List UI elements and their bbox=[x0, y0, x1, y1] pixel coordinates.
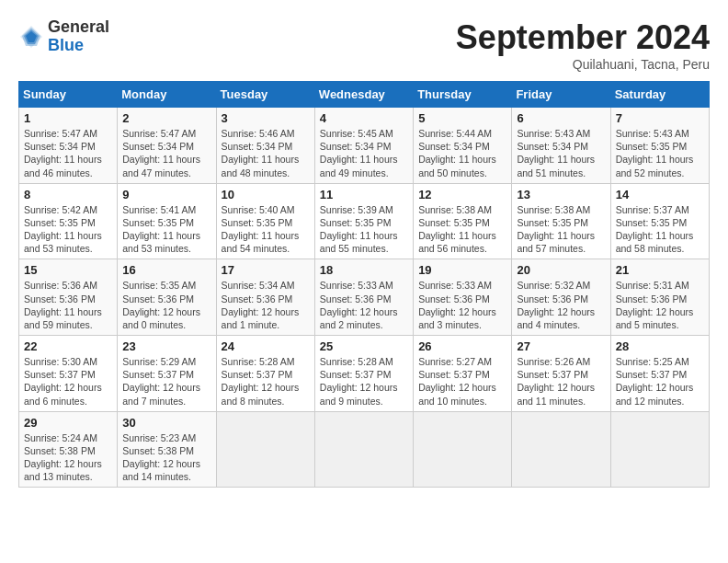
daylight-text: Daylight: 11 hours and 49 minutes. bbox=[320, 154, 398, 178]
day-number: 12 bbox=[418, 188, 506, 201]
sunrise-text: Sunrise: 5:24 AM bbox=[24, 432, 97, 443]
day-number: 28 bbox=[616, 339, 704, 353]
daylight-text: Daylight: 12 hours and 12 minutes. bbox=[616, 382, 694, 406]
daylight-text: Daylight: 11 hours and 46 minutes. bbox=[24, 154, 102, 178]
daylight-text: Daylight: 11 hours and 59 minutes. bbox=[24, 306, 102, 330]
sunset-text: Sunset: 5:35 PM bbox=[517, 217, 588, 228]
calendar-cell: 25 Sunrise: 5:28 AM Sunset: 5:37 PM Dayl… bbox=[314, 336, 413, 412]
sunset-text: Sunset: 5:35 PM bbox=[616, 217, 688, 228]
calendar-cell: 17 Sunrise: 5:34 AM Sunset: 5:36 PM Dayl… bbox=[216, 259, 314, 336]
day-info: Sunrise: 5:24 AM Sunset: 5:38 PM Dayligh… bbox=[24, 431, 112, 484]
day-number: 30 bbox=[122, 416, 210, 430]
daylight-text: Daylight: 11 hours and 52 minutes. bbox=[616, 154, 694, 178]
calendar-cell: 7 Sunrise: 5:43 AM Sunset: 5:35 PM Dayli… bbox=[610, 108, 709, 184]
daylight-text: Daylight: 11 hours and 50 minutes. bbox=[418, 154, 496, 178]
sunrise-text: Sunrise: 5:47 AM bbox=[122, 128, 196, 139]
day-info: Sunrise: 5:46 AM Sunset: 5:34 PM Dayligh… bbox=[222, 127, 310, 179]
sunrise-text: Sunrise: 5:38 AM bbox=[517, 204, 590, 215]
day-info: Sunrise: 5:33 AM Sunset: 5:36 PM Dayligh… bbox=[418, 279, 506, 331]
calendar-cell: 14 Sunrise: 5:37 AM Sunset: 5:35 PM Dayl… bbox=[610, 183, 709, 259]
calendar-cell: 21 Sunrise: 5:31 AM Sunset: 5:36 PM Dayl… bbox=[610, 259, 709, 336]
sunset-text: Sunset: 5:36 PM bbox=[122, 293, 194, 304]
sunrise-text: Sunrise: 5:41 AM bbox=[122, 204, 196, 215]
daylight-text: Daylight: 12 hours and 4 minutes. bbox=[517, 306, 595, 330]
calendar-cell: 3 Sunrise: 5:46 AM Sunset: 5:34 PM Dayli… bbox=[216, 108, 314, 184]
day-number: 16 bbox=[122, 263, 210, 277]
daylight-text: Daylight: 11 hours and 53 minutes. bbox=[122, 230, 200, 254]
sunset-text: Sunset: 5:37 PM bbox=[418, 369, 490, 380]
day-info: Sunrise: 5:23 AM Sunset: 5:38 PM Dayligh… bbox=[122, 431, 210, 484]
sunset-text: Sunset: 5:37 PM bbox=[222, 369, 293, 380]
day-number: 24 bbox=[222, 339, 310, 353]
daylight-text: Daylight: 12 hours and 13 minutes. bbox=[24, 458, 102, 482]
day-number: 9 bbox=[122, 188, 210, 201]
col-sunday: Sunday bbox=[19, 82, 118, 108]
sunset-text: Sunset: 5:38 PM bbox=[24, 445, 96, 456]
sunrise-text: Sunrise: 5:26 AM bbox=[517, 356, 590, 367]
calendar-cell bbox=[610, 411, 709, 488]
day-info: Sunrise: 5:47 AM Sunset: 5:34 PM Dayligh… bbox=[122, 127, 210, 179]
sunrise-text: Sunrise: 5:43 AM bbox=[517, 128, 590, 139]
location-subtitle: Quilahuani, Tacna, Peru bbox=[456, 57, 710, 72]
calendar-cell: 12 Sunrise: 5:38 AM Sunset: 5:35 PM Dayl… bbox=[414, 183, 512, 259]
daylight-text: Daylight: 12 hours and 7 minutes. bbox=[122, 382, 200, 406]
day-info: Sunrise: 5:28 AM Sunset: 5:37 PM Dayligh… bbox=[222, 355, 310, 408]
col-friday: Friday bbox=[512, 82, 610, 108]
sunrise-text: Sunrise: 5:29 AM bbox=[122, 356, 196, 367]
calendar-cell: 20 Sunrise: 5:32 AM Sunset: 5:36 PM Dayl… bbox=[512, 259, 610, 336]
sunrise-text: Sunrise: 5:28 AM bbox=[222, 356, 295, 367]
sunset-text: Sunset: 5:36 PM bbox=[616, 293, 688, 304]
day-number: 21 bbox=[616, 263, 704, 277]
day-number: 23 bbox=[122, 339, 210, 353]
sunrise-text: Sunrise: 5:27 AM bbox=[418, 356, 492, 367]
sunrise-text: Sunrise: 5:33 AM bbox=[418, 280, 492, 291]
calendar-cell: 1 Sunrise: 5:47 AM Sunset: 5:34 PM Dayli… bbox=[19, 108, 118, 184]
daylight-text: Daylight: 11 hours and 55 minutes. bbox=[320, 230, 398, 254]
daylight-text: Daylight: 12 hours and 10 minutes. bbox=[418, 382, 496, 406]
calendar-cell: 26 Sunrise: 5:27 AM Sunset: 5:37 PM Dayl… bbox=[414, 336, 512, 412]
calendar-table: Sunday Monday Tuesday Wednesday Thursday… bbox=[18, 81, 710, 488]
calendar-header-row: Sunday Monday Tuesday Wednesday Thursday… bbox=[19, 82, 710, 108]
day-info: Sunrise: 5:29 AM Sunset: 5:37 PM Dayligh… bbox=[122, 355, 210, 408]
calendar-cell: 4 Sunrise: 5:45 AM Sunset: 5:34 PM Dayli… bbox=[314, 108, 413, 184]
col-wednesday: Wednesday bbox=[314, 82, 413, 108]
day-info: Sunrise: 5:35 AM Sunset: 5:36 PM Dayligh… bbox=[122, 279, 210, 331]
daylight-text: Daylight: 12 hours and 3 minutes. bbox=[418, 306, 496, 330]
day-info: Sunrise: 5:28 AM Sunset: 5:37 PM Dayligh… bbox=[320, 355, 408, 408]
calendar-row: 8 Sunrise: 5:42 AM Sunset: 5:35 PM Dayli… bbox=[19, 183, 710, 259]
day-info: Sunrise: 5:33 AM Sunset: 5:36 PM Dayligh… bbox=[320, 279, 408, 331]
sunrise-text: Sunrise: 5:32 AM bbox=[517, 280, 590, 291]
sunset-text: Sunset: 5:37 PM bbox=[24, 369, 96, 380]
sunrise-text: Sunrise: 5:40 AM bbox=[222, 204, 295, 215]
day-info: Sunrise: 5:38 AM Sunset: 5:35 PM Dayligh… bbox=[418, 203, 506, 256]
day-info: Sunrise: 5:41 AM Sunset: 5:35 PM Dayligh… bbox=[122, 203, 210, 256]
sunset-text: Sunset: 5:36 PM bbox=[222, 293, 293, 304]
sunset-text: Sunset: 5:35 PM bbox=[122, 217, 194, 228]
calendar-row: 15 Sunrise: 5:36 AM Sunset: 5:36 PM Dayl… bbox=[19, 259, 710, 336]
daylight-text: Daylight: 11 hours and 57 minutes. bbox=[517, 230, 595, 254]
sunrise-text: Sunrise: 5:44 AM bbox=[418, 128, 492, 139]
day-info: Sunrise: 5:44 AM Sunset: 5:34 PM Dayligh… bbox=[418, 127, 506, 179]
daylight-text: Daylight: 12 hours and 9 minutes. bbox=[320, 382, 398, 406]
calendar-cell: 10 Sunrise: 5:40 AM Sunset: 5:35 PM Dayl… bbox=[216, 183, 314, 259]
day-info: Sunrise: 5:31 AM Sunset: 5:36 PM Dayligh… bbox=[616, 279, 704, 331]
day-info: Sunrise: 5:45 AM Sunset: 5:34 PM Dayligh… bbox=[320, 127, 408, 179]
day-number: 7 bbox=[616, 111, 704, 125]
day-number: 3 bbox=[222, 111, 310, 125]
sunrise-text: Sunrise: 5:38 AM bbox=[418, 204, 492, 215]
col-tuesday: Tuesday bbox=[216, 82, 314, 108]
calendar-cell: 13 Sunrise: 5:38 AM Sunset: 5:35 PM Dayl… bbox=[512, 183, 610, 259]
calendar-cell: 16 Sunrise: 5:35 AM Sunset: 5:36 PM Dayl… bbox=[118, 259, 216, 336]
day-number: 5 bbox=[418, 111, 506, 125]
sunrise-text: Sunrise: 5:42 AM bbox=[24, 204, 97, 215]
col-saturday: Saturday bbox=[610, 82, 709, 108]
day-info: Sunrise: 5:34 AM Sunset: 5:36 PM Dayligh… bbox=[222, 279, 310, 331]
day-number: 14 bbox=[616, 188, 704, 201]
day-info: Sunrise: 5:43 AM Sunset: 5:35 PM Dayligh… bbox=[616, 127, 704, 179]
sunset-text: Sunset: 5:36 PM bbox=[320, 293, 392, 304]
sunrise-text: Sunrise: 5:39 AM bbox=[320, 204, 393, 215]
sunrise-text: Sunrise: 5:28 AM bbox=[320, 356, 393, 367]
day-info: Sunrise: 5:42 AM Sunset: 5:35 PM Dayligh… bbox=[24, 203, 112, 256]
sunset-text: Sunset: 5:36 PM bbox=[24, 293, 96, 304]
day-number: 26 bbox=[418, 339, 506, 353]
